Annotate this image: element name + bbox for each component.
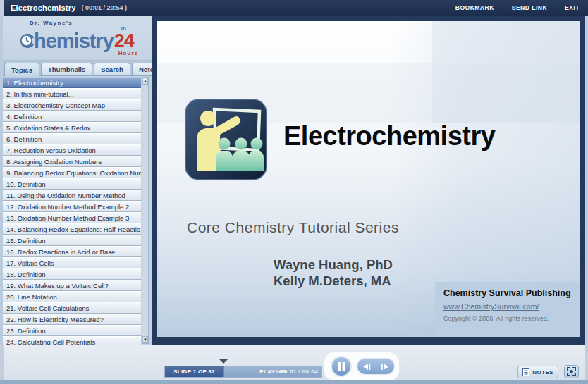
scroll-down-icon[interactable]: ▼ xyxy=(142,336,148,343)
logo-wordmark: hemistry xyxy=(34,30,114,53)
send-link-button[interactable]: SEND LINK xyxy=(503,4,556,12)
slide-subtitle: Core Chemistry Tutorial Series xyxy=(187,219,399,236)
topic-item[interactable]: 18. Definition xyxy=(3,268,141,280)
topic-item[interactable]: 11. Using the Oxidation Number Method xyxy=(3,190,141,201)
previous-slide-button[interactable] xyxy=(357,359,376,374)
title-bar-actions: BOOKMARK SEND LINK EXIT xyxy=(447,0,588,16)
topic-item[interactable]: 10. Definition xyxy=(3,178,141,190)
topic-item[interactable]: 23. Definition xyxy=(3,325,141,336)
pause-icon xyxy=(338,362,345,371)
topics-list: 1. Electrochemistry 2. In this mini-tuto… xyxy=(3,77,141,345)
playback-controls xyxy=(324,352,399,380)
playback-status: PLAYING 00:01 / 00:04 xyxy=(224,366,321,377)
previous-slide-icon xyxy=(362,364,371,370)
notes-button[interactable]: NOTES xyxy=(517,366,558,378)
course-player-window: Electrochemistry ( 00:01 / 20:54 ) BOOKM… xyxy=(0,0,588,384)
topic-item[interactable]: 2. In this mini-tutorial... xyxy=(3,88,141,99)
course-elapsed-time: ( 00:01 / 20:54 ) xyxy=(81,4,127,11)
pause-button[interactable] xyxy=(331,356,352,377)
topic-item[interactable]: 5. Oxidation States & Redox xyxy=(3,122,141,133)
scroll-up-icon[interactable]: ▲ xyxy=(142,78,148,85)
topic-item[interactable]: 7. Reduction versus Oxidation xyxy=(3,144,141,156)
publisher-name: Chemistry Survival Publishing xyxy=(443,288,571,298)
topic-item[interactable]: 17. Voltaic Cells xyxy=(3,257,141,268)
slide-counter[interactable]: SLIDE 1 OF 37 xyxy=(165,366,224,377)
logo-hours-word: Hours xyxy=(118,51,138,56)
sidebar-tabs: Topics Thumbnails Search Notes xyxy=(3,61,152,76)
topic-item[interactable]: 4. Definition xyxy=(3,111,141,122)
slide-canvas: Electrochemistry Core Chemistry Tutorial… xyxy=(157,21,580,337)
logo-24: 24 xyxy=(114,32,134,51)
logo-area: Dr. Wayne's C hemistry In 24 xyxy=(3,16,152,61)
slide-frame: Electrochemistry Core Chemistry Tutorial… xyxy=(152,16,585,345)
clock-icon xyxy=(20,35,32,47)
publisher-url-link[interactable]: www.ChemistrySurvival.com/ xyxy=(443,302,571,311)
author-line: Wayne Huang, PhD xyxy=(274,256,393,273)
slide-time: 00:01 / 00:04 xyxy=(281,366,318,377)
notes-document-icon xyxy=(522,368,529,376)
bookmark-button[interactable]: BOOKMARK xyxy=(447,4,503,12)
tab-topics[interactable]: Topics xyxy=(4,63,39,76)
slide-authors: Wayne Huang, PhD Kelly M.Deters, MA xyxy=(274,256,393,289)
topic-item[interactable]: 3. Electrochemistry Concept Map xyxy=(3,99,141,111)
topic-item[interactable]: 19. What Makes up a Voltaic Cell? xyxy=(3,280,141,291)
playback-bar: SLIDE 1 OF 37 PLAYING 00:01 / 00:04 xyxy=(0,345,588,380)
fullscreen-icon xyxy=(567,367,576,376)
next-slide-icon xyxy=(381,364,389,370)
slide-title: Electrochemistry xyxy=(283,121,572,151)
exit-button[interactable]: EXIT xyxy=(556,4,588,12)
topics-scrollbar[interactable]: ▲ ▼ xyxy=(142,77,149,344)
sidebar: Dr. Wayne's C hemistry In 24 xyxy=(3,16,152,345)
title-bar: Electrochemistry ( 00:01 / 20:54 ) BOOKM… xyxy=(0,0,588,16)
topic-item[interactable]: 20. Line Notation xyxy=(3,291,141,302)
topic-item[interactable]: 24. Calculating Cell Potentials xyxy=(3,336,141,345)
topic-item[interactable]: 21. Voltaic Cell Calculations xyxy=(3,302,141,314)
topic-item[interactable]: 9. Balancing Redox Equations: Oxidation … xyxy=(3,167,141,178)
copyright-text: Copyright © 2006. All rights reserved. xyxy=(443,315,571,322)
notes-button-label: NOTES xyxy=(532,369,553,376)
topic-item[interactable]: 15. Definition xyxy=(3,235,141,246)
logo-tagline: Dr. Wayne's xyxy=(30,20,133,26)
topic-item[interactable]: 22. How is Electricity Measured? xyxy=(3,314,141,325)
course-title: Electrochemistry xyxy=(11,4,75,12)
topic-item[interactable]: 14. Balancing Redox Equations: Half-Reac… xyxy=(3,223,141,235)
tab-thumbnails[interactable]: Thumbnails xyxy=(41,63,92,75)
slide-menu-caret-icon[interactable] xyxy=(219,359,228,364)
next-slide-button[interactable] xyxy=(376,359,395,374)
slide-nav-pill xyxy=(357,358,395,375)
topic-item[interactable]: 13. Oxidation Number Method Example 3 xyxy=(3,212,141,223)
author-line: Kelly M.Deters, MA xyxy=(274,273,393,289)
presenter-classroom-icon xyxy=(185,99,267,180)
topic-item[interactable]: 1. Electrochemistry xyxy=(3,77,141,88)
fullscreen-button[interactable] xyxy=(564,365,579,378)
tab-search[interactable]: Search xyxy=(94,63,130,75)
topic-item[interactable]: 16. Redox Reactions in Acid or Base xyxy=(3,246,141,257)
publisher-panel: Chemistry Survival Publishing www.Chemis… xyxy=(435,282,580,337)
topic-item[interactable]: 12. Oxidation Number Method Example 2 xyxy=(3,201,141,212)
topic-item[interactable]: 8. Assigning Oxidation Numbers xyxy=(3,156,141,167)
slide-status-bar: SLIDE 1 OF 37 PLAYING 00:01 / 00:04 xyxy=(164,366,322,378)
topics-panel: 1. Electrochemistry 2. In this mini-tuto… xyxy=(3,76,152,345)
chemistry-24-logo: Dr. Wayne's C hemistry In 24 xyxy=(20,20,133,56)
window-bottom-edge xyxy=(0,380,588,384)
topic-item[interactable]: 6. Definition xyxy=(3,133,141,144)
